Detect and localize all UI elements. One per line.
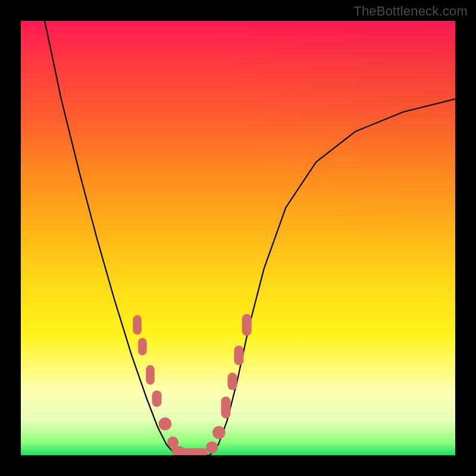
curve-layer xyxy=(21,21,455,455)
bottleneck-curve xyxy=(45,21,455,455)
curve-marker xyxy=(138,338,147,355)
curve-marker xyxy=(228,372,237,390)
curve-marker xyxy=(221,397,231,419)
curve-marker xyxy=(242,314,252,336)
curve-marker xyxy=(133,315,142,335)
curve-marker xyxy=(181,448,208,455)
plot-area xyxy=(21,21,455,455)
curve-marker xyxy=(146,365,155,385)
curve-group xyxy=(45,21,455,455)
curve-marker xyxy=(152,390,162,407)
watermark-text: TheBottleneck.com xyxy=(353,4,468,19)
marker-group xyxy=(133,314,251,455)
curve-marker xyxy=(234,346,243,365)
curve-marker xyxy=(206,441,218,453)
curve-marker xyxy=(159,418,172,431)
curve-marker xyxy=(212,426,226,439)
chart-frame: TheBottleneck.com xyxy=(0,0,476,476)
